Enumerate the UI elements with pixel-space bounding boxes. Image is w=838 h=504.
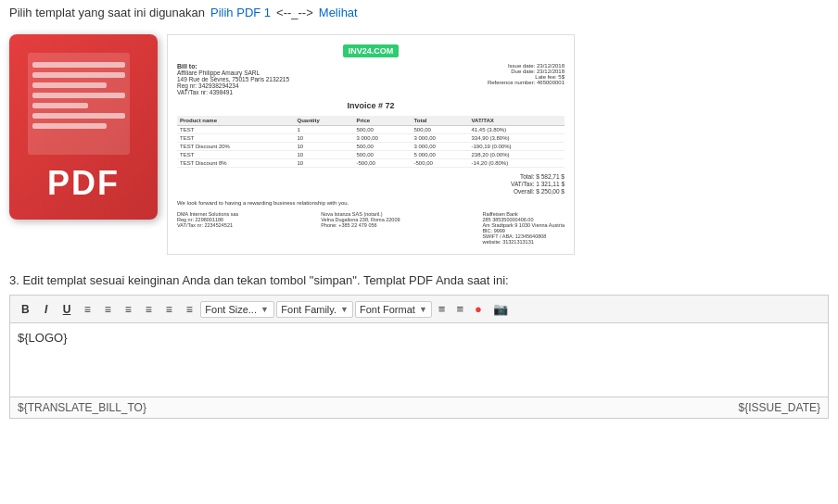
table-cell: TEST Discount 20%: [177, 143, 294, 151]
table-cell: TEST: [177, 126, 294, 134]
table-row: TEST1500,00500,0041,45 (3.80%): [177, 126, 565, 134]
table-cell: 5 000,00: [412, 151, 469, 159]
table-cell: 500,00: [354, 143, 412, 151]
list-ordered-button[interactable]: ≡: [159, 300, 178, 319]
table-cell: 3 000,00: [412, 143, 469, 151]
col-price: Price: [354, 116, 412, 126]
invoice-footer: DMA Internet Solutions sas Reg nr: 22980…: [177, 211, 565, 245]
editor-toolbar: B I U ≡ ≡ ≡ ≡ ≡ ≡ Font Size... ▼ Font Fa…: [9, 295, 829, 323]
pdf-line: [32, 113, 125, 119]
editor-footer-bar: ${TRANSLATE_BILL_TO} ${ISSUE_DATE}: [9, 397, 829, 419]
invoice-regards: We look forward to having a rewarding bu…: [177, 200, 565, 206]
col-product: Product name: [177, 116, 294, 126]
table-cell: 10: [294, 159, 353, 168]
invoice-preview: INV24.COM Bill to: Affiliare Philippe Am…: [167, 34, 575, 255]
font-family-label: Font Family.: [281, 304, 336, 315]
pdf-line: [32, 93, 125, 98]
table-cell: -500,00: [354, 159, 412, 168]
image-button[interactable]: 📷: [489, 299, 513, 319]
table-cell: 334,90 (3.80%): [468, 134, 565, 143]
company-name: Affiliare Philippe Amaury SARL: [177, 69, 260, 76]
vat-label: VAT/Tax: 1 321,11 $: [177, 181, 565, 187]
topbar-view-link[interactable]: Melihat: [319, 6, 358, 19]
reference: Reference number: 465000001: [488, 80, 565, 85]
reg: Reg nr: 342938294234: [177, 82, 239, 89]
footer-right: Raiffeisen Bank 285 385350000406.00 Am S…: [482, 211, 565, 245]
editor-body[interactable]: ${LOGO}: [9, 323, 829, 397]
font-format-arrow: ▼: [419, 305, 427, 314]
step3-text: 3. Edit templat sesuai keinginan Anda da…: [9, 273, 829, 287]
table-cell: 3 000,00: [412, 134, 469, 143]
table-cell: TEST Discount 8%: [177, 159, 294, 168]
footer-mid-phone: Phone: +385 22 479 056: [321, 222, 400, 228]
pdf-icon: PDF: [9, 34, 158, 220]
pdf-line: [32, 62, 125, 68]
topbar-arrow: <--_-->: [276, 6, 313, 19]
pdf-line: [32, 82, 107, 88]
table-cell: 500,00: [354, 126, 412, 134]
footer-right-var: ${ISSUE_DATE}: [739, 401, 821, 414]
invoice-logo: INV24.COM: [177, 44, 565, 57]
font-size-arrow: ▼: [260, 305, 269, 314]
footer-left-var: ${TRANSLATE_BILL_TO}: [18, 401, 146, 414]
table-cell: 41,45 (3.80%): [468, 126, 565, 134]
step3-section: 3. Edit templat sesuai keinginan Anda da…: [0, 264, 838, 428]
preview-section: PDF INV24.COM Bill to: Affiliare Philipp…: [0, 25, 838, 264]
invoice-totals: Total: $ 582,71 $ VAT/Tax: 1 321,11 $ Ov…: [177, 173, 565, 195]
table-cell: 10: [294, 143, 353, 151]
table-row: TEST10500,005 000,00238,20 (0.00%): [177, 151, 565, 159]
table-cell: 1: [294, 126, 353, 134]
font-size-dropdown[interactable]: Font Size... ▼: [200, 301, 274, 318]
font-format-label: Font Format: [360, 304, 415, 315]
top-bar: Pilih templat yang saat ini digunakan Pi…: [0, 0, 838, 25]
table-cell: -500,00: [412, 159, 469, 168]
italic-button[interactable]: I: [37, 300, 56, 319]
logo-text: INV24.COM: [343, 44, 400, 57]
table-cell: -14,20 (0.80%): [468, 159, 565, 168]
editor-content: ${LOGO}: [18, 331, 67, 345]
table-row: TEST Discount 20%10500,003 000,00-190,19…: [177, 143, 565, 151]
table-cell: -190,19 (0.00%): [468, 143, 565, 151]
font-format-dropdown[interactable]: Font Format ▼: [355, 301, 432, 318]
underline-button[interactable]: U: [57, 300, 77, 319]
bill-to-section: Bill to: Affiliare Philippe Amaury SARL …: [177, 63, 289, 95]
pdf-line: [32, 123, 107, 129]
topbar-link[interactable]: Pilih PDF 1: [210, 6, 271, 19]
table-cell: 500,00: [412, 126, 469, 134]
bill-to-label: Bill to:: [177, 63, 289, 69]
overall-label: Overall: $ 250,00 $: [177, 188, 565, 195]
invoice-table: Product name Quantity Price Total VAT/TA…: [177, 116, 565, 168]
footer-vat: VAT/Tax nr: 2234524521: [177, 222, 238, 228]
footer-middle: Nova Istanza SAS (notaril.) Velna Dugali…: [321, 211, 400, 245]
table-cell: TEST: [177, 134, 294, 143]
align-center-button[interactable]: ≡: [98, 300, 117, 319]
table-cell: 238,20 (0.00%): [468, 151, 565, 159]
invoice-dates: Issue date: 23/12/2018 Due date: 23/12/2…: [488, 63, 565, 95]
table-row: TEST Discount 8%10-500,00-500,00-14,20 (…: [177, 159, 565, 168]
align-justify-button[interactable]: ≡: [139, 300, 158, 319]
total-label: Total: $ 582,71 $: [177, 173, 565, 180]
invoice-header: Bill to: Affiliare Philippe Amaury SARL …: [177, 63, 565, 95]
pdf-line: [32, 103, 88, 108]
col-qty: Quantity: [294, 116, 353, 126]
step3-content: 3. Edit templat sesuai keinginan Anda da…: [9, 273, 509, 287]
table-cell: 10: [294, 134, 353, 143]
address: 149 Rue de Sèvres, 75015 Paris 2132215: [177, 76, 289, 82]
align-right-button[interactable]: ≡: [119, 300, 137, 319]
list-unordered-button[interactable]: ≡: [180, 300, 198, 319]
font-family-arrow: ▼: [340, 305, 349, 314]
pdf-doc-lines: [32, 62, 125, 150]
bold-button[interactable]: B: [16, 300, 35, 319]
footer-website: website: 31321313131: [482, 239, 565, 245]
table-cell: 10: [294, 151, 353, 159]
table-cell: 500,00: [354, 151, 412, 159]
align-left-button[interactable]: ≡: [78, 300, 96, 319]
vat: VAT/Tax nr: 4398491: [177, 89, 233, 95]
pdf-label: PDF: [47, 164, 120, 203]
table-cell: TEST: [177, 151, 294, 159]
font-family-dropdown[interactable]: Font Family. ▼: [276, 301, 353, 318]
outdent-button[interactable]: ≡: [451, 299, 468, 319]
color-button[interactable]: ●: [470, 299, 487, 319]
footer-left: DMA Internet Solutions sas Reg nr: 22980…: [177, 211, 238, 245]
indent-button[interactable]: ≡: [434, 299, 451, 319]
